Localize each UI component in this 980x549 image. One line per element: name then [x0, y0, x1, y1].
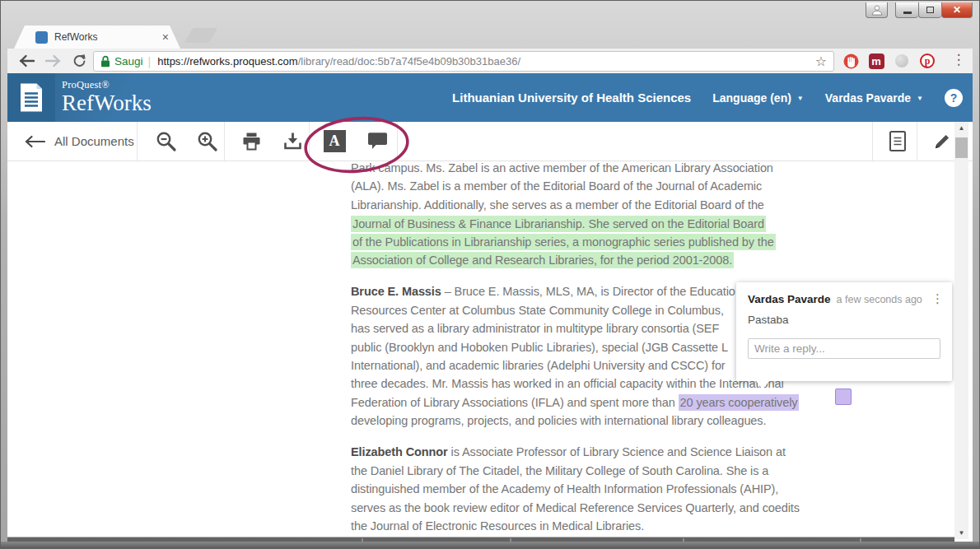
doc-line: the Daniel Library of The Citadel, the M…: [351, 462, 824, 480]
highlight-purple[interactable]: 20 years cooperatively: [679, 394, 800, 411]
reload-icon[interactable]: [70, 53, 88, 69]
organization-name: Lithuanian University of Health Sciences: [452, 91, 691, 105]
all-documents-label: All Documents: [54, 134, 134, 148]
toolbar-divider: [309, 122, 310, 161]
user-name-label: Vardas Pavarde: [825, 91, 911, 105]
chevron-down-icon: ▼: [797, 95, 804, 102]
secure-lock-icon: [100, 55, 110, 67]
toolbar-divider: [872, 122, 873, 161]
highlight-green[interactable]: of the Publications in Librarianship ser…: [351, 234, 776, 250]
toolbar-divider: [224, 122, 225, 161]
zoom-in-button[interactable]: [189, 122, 224, 161]
disabled-extension-icon[interactable]: [893, 52, 911, 70]
address-bar[interactable]: Saugi | https://refworks.proquest.com/li…: [93, 51, 834, 72]
pinterest-letter: p: [925, 55, 931, 67]
tab-close-icon[interactable]: ×: [162, 31, 169, 43]
browser-tab[interactable]: RefWorks ×: [14, 26, 180, 49]
mendeley-extension-icon[interactable]: m: [867, 52, 885, 70]
window-frame-bottom: [1, 542, 979, 548]
scroll-down-icon[interactable]: ▼: [954, 527, 968, 539]
doc-line: developing programs, projects, and polic…: [351, 412, 824, 430]
help-button[interactable]: ?: [945, 89, 963, 107]
restore-button[interactable]: [918, 2, 941, 18]
document-logo-icon: [19, 82, 44, 113]
doc-line: serves as the book review editor of Medi…: [351, 499, 824, 517]
close-icon: ✕: [953, 4, 961, 16]
doc-line: Association of College and Research Libr…: [351, 251, 824, 269]
paragraph: Park campus. Ms. Zabel is an active memb…: [351, 161, 824, 269]
minimize-icon: [903, 12, 912, 14]
help-icon: ?: [950, 91, 958, 105]
scrollbar-thumb[interactable]: [955, 137, 968, 158]
doc-line: (ALA). Ms. Zabel is a member of the Edit…: [351, 177, 824, 195]
download-icon: [283, 132, 302, 151]
url-separator: |: [148, 55, 152, 68]
forward-icon[interactable]: [44, 53, 62, 69]
doc-line: of the Publications in Librarianship ser…: [351, 233, 824, 251]
refworks-favicon: [35, 31, 48, 44]
proquest-wordmark: ProQuest®: [62, 79, 152, 91]
doc-line: Federation of Library Associations (IFLA…: [351, 393, 824, 412]
doc-line: Park campus. Ms. Zabel is an active memb…: [351, 161, 824, 177]
vertical-scrollbar[interactable]: ▲ ▼: [954, 122, 968, 539]
comment-popup: Vardas Pavarde a few seconds ago ⋮ Pasta…: [736, 282, 952, 381]
comment-bubble-icon: [366, 132, 389, 151]
url-domain: https://refworks.proquest.com: [157, 55, 298, 67]
highlight-a-icon: A: [324, 130, 346, 152]
minimize-button[interactable]: [895, 2, 918, 18]
chevron-down-icon: ▼: [917, 95, 923, 102]
profile-button[interactable]: [866, 2, 888, 18]
doc-line: Elizabeth Connor is Associate Professor …: [351, 443, 824, 461]
all-documents-button[interactable]: All Documents: [16, 122, 142, 161]
back-icon[interactable]: [17, 53, 35, 69]
tab-title: RefWorks: [54, 31, 162, 43]
download-button[interactable]: [274, 122, 310, 161]
close-button[interactable]: ✕: [941, 2, 973, 18]
highlight-tool-button[interactable]: A: [315, 122, 353, 161]
comment-marker[interactable]: [835, 388, 852, 405]
toolbar-divider: [137, 122, 138, 161]
pinterest-extension-icon[interactable]: p: [918, 52, 936, 70]
doc-line: the Journal of Electronic Resources in M…: [351, 517, 824, 535]
window-controls: ✕: [866, 2, 973, 18]
zoom-out-button[interactable]: [148, 122, 183, 161]
comment-timestamp: a few seconds ago: [837, 294, 922, 305]
mendeley-letter: m: [871, 55, 881, 67]
zoom-out-icon: [155, 130, 177, 152]
doc-line: Librarianship. Additionally, she serves …: [351, 196, 824, 214]
highlight-green[interactable]: Journal of Business & Finance Librarians…: [351, 216, 766, 232]
print-icon: [241, 133, 262, 151]
language-menu[interactable]: Language (en) ▼: [712, 91, 804, 105]
browser-menu-kebab-icon[interactable]: ⋮: [950, 51, 968, 71]
person-icon: [871, 5, 883, 16]
new-tab-button[interactable]: [184, 28, 217, 43]
comment-tool-button[interactable]: [358, 122, 396, 161]
reader-toolbar: All Documents: [7, 122, 973, 161]
refworks-wordmark: RefWorks: [62, 91, 152, 114]
adblock-hand-extension-icon[interactable]: [842, 52, 860, 70]
page-icon: [889, 130, 907, 152]
comment-author: Vardas Pavarde: [748, 293, 831, 305]
toolbar-divider: [917, 122, 917, 161]
author-name: Bruce E. Massis: [351, 285, 441, 298]
bookmark-star-icon[interactable]: ☆: [815, 54, 827, 69]
reply-input[interactable]: [748, 338, 940, 359]
url-path: /library/read/doc:5b7a74f5e4b09b30b31bae…: [298, 55, 520, 67]
security-label: Saugi: [114, 55, 143, 67]
brand: ProQuest® RefWorks: [62, 79, 152, 114]
comment-menu-kebab-icon[interactable]: ⋮: [931, 291, 944, 306]
print-button[interactable]: [233, 122, 269, 161]
author-name: Elizabeth Connor: [351, 445, 448, 458]
back-arrow-icon: [24, 135, 45, 148]
user-menu[interactable]: Vardas Pavarde ▼: [825, 91, 923, 105]
highlight-green[interactable]: Association of College and Research Libr…: [351, 252, 734, 268]
browser-chrome: Saugi | https://refworks.proquest.com/li…: [7, 49, 973, 542]
reading-mode-button[interactable]: [879, 122, 917, 161]
scroll-up-icon[interactable]: ▲: [954, 122, 968, 134]
toolbar-divider: [397, 122, 398, 161]
browser-window: ✕ RefWorks × Saugi | https:: [0, 0, 980, 549]
paragraph: Elizabeth Connor is Associate Professor …: [351, 443, 824, 535]
document-viewer: Park campus. Ms. Zabel is an active memb…: [7, 161, 973, 542]
language-label: Language (en): [712, 91, 791, 105]
restore-icon: [926, 7, 934, 13]
